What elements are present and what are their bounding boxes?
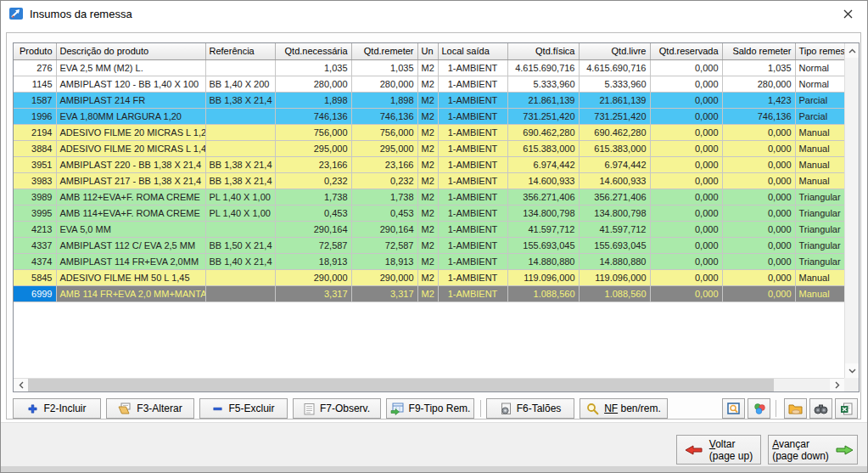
cell[interactable]: 2194: [14, 124, 56, 140]
cell[interactable]: BB 1,40 X 21,4: [205, 253, 275, 269]
cell[interactable]: 0,000: [650, 253, 722, 269]
cell[interactable]: M2: [417, 221, 438, 237]
voltar-button[interactable]: Voltar (page up): [676, 435, 761, 465]
f6-taloes-button[interactable]: F6-Talões: [486, 398, 574, 419]
cell[interactable]: EVA 2,5 MM (M2) L.: [56, 59, 205, 76]
cell[interactable]: 1.088,560: [579, 285, 650, 301]
cell[interactable]: Triangular: [795, 253, 844, 269]
column-header[interactable]: Qtd.livre: [579, 43, 650, 59]
cell[interactable]: M2: [417, 237, 438, 253]
cell[interactable]: 276: [14, 59, 56, 76]
cell[interactable]: 1-AMBIENT: [438, 156, 507, 172]
horizontal-scroll-thumb[interactable]: [28, 379, 774, 391]
cell[interactable]: 0,000: [650, 140, 722, 156]
cell[interactable]: 119.096,000: [507, 269, 579, 285]
cell[interactable]: 1996: [14, 108, 56, 124]
cell[interactable]: 1-AMBIENT: [438, 92, 507, 108]
cell[interactable]: 290,164: [275, 221, 351, 237]
cell[interactable]: 295,000: [351, 140, 417, 156]
cell[interactable]: Triangular: [795, 205, 844, 221]
table-row[interactable]: 3884ADESIVO FILME 20 MICRAS L 1,45295,00…: [14, 140, 844, 156]
f3-alterar-button[interactable]: F3-Alterar: [106, 398, 194, 419]
cell[interactable]: 1-AMBIENT: [438, 189, 507, 205]
cell[interactable]: 280,000: [351, 76, 417, 92]
cell[interactable]: 746,136: [722, 108, 795, 124]
table-row[interactable]: 3983AMBIPLAST 217 - BB 1,38 X 21,4BB 1,3…: [14, 172, 844, 189]
cell[interactable]: 0,000: [650, 172, 722, 189]
cell[interactable]: M2: [417, 269, 438, 285]
cell[interactable]: Normal: [795, 76, 844, 92]
table-row[interactable]: 1587AMBIPLAST 214 FRBB 1,38 X 21,41,8981…: [14, 92, 844, 108]
cell[interactable]: 0,000: [722, 253, 795, 269]
table-row[interactable]: 3989AMB 112+EVA+F. ROMA CREMEPL 1,40 X 1…: [14, 189, 844, 205]
cell[interactable]: 1-AMBIENT: [438, 124, 507, 140]
table-row[interactable]: 1145AMBIPLAST 120 - BB 1,40 X 100BB 1,40…: [14, 76, 844, 92]
cell[interactable]: 1-AMBIENT: [438, 205, 507, 221]
cell[interactable]: 690.462,280: [507, 124, 579, 140]
cell[interactable]: 1,738: [275, 189, 351, 205]
column-header[interactable]: Qtd.reservada: [650, 43, 722, 59]
vertical-scrollbar[interactable]: [844, 43, 859, 378]
column-header[interactable]: Referência: [205, 43, 275, 59]
cell[interactable]: 14.880,880: [507, 253, 579, 269]
column-header[interactable]: Produto: [14, 43, 56, 59]
cell[interactable]: Manual: [795, 140, 844, 156]
cell[interactable]: EVA 5,0 MM: [56, 221, 205, 237]
cell[interactable]: Manual: [795, 156, 844, 172]
cell[interactable]: 41.597,712: [579, 221, 650, 237]
cell[interactable]: 1-AMBIENT: [438, 237, 507, 253]
cell[interactable]: M2: [417, 59, 438, 76]
scroll-left-icon[interactable]: [14, 379, 28, 391]
cell[interactable]: [205, 221, 275, 237]
table-row[interactable]: 3995AMB 114+EVA+F. ROMA CREMEPL 1,40 X 1…: [14, 205, 844, 221]
cell[interactable]: 0,000: [650, 76, 722, 92]
cell[interactable]: 1,035: [351, 59, 417, 76]
column-header[interactable]: Qtd.física: [507, 43, 579, 59]
cell[interactable]: Manual: [795, 285, 844, 301]
vertical-scroll-track[interactable]: [845, 58, 859, 363]
cell[interactable]: 3951: [14, 156, 56, 172]
cell[interactable]: AMB 112+EVA+F. ROMA CREME: [56, 189, 205, 205]
cell[interactable]: AMBIPLAST 214 FR: [56, 92, 205, 108]
column-header[interactable]: Descrição do produto: [56, 43, 205, 59]
cell[interactable]: 280,000: [275, 76, 351, 92]
cell[interactable]: 615.383,000: [507, 140, 579, 156]
table-row[interactable]: 2194ADESIVO FILME 20 MICRAS L 1,24756,00…: [14, 124, 844, 140]
cell[interactable]: 1-AMBIENT: [438, 76, 507, 92]
cell[interactable]: AMBIPLAST 220 - BB 1,38 X 21,4: [56, 156, 205, 172]
cell[interactable]: AMB 114 FR+EVA 2,0 MM+MANTA: [56, 285, 205, 301]
cell[interactable]: [205, 285, 275, 301]
cell[interactable]: 0,000: [722, 140, 795, 156]
cell[interactable]: 3995: [14, 205, 56, 221]
cell[interactable]: 6.974,442: [507, 156, 579, 172]
cell[interactable]: 0,000: [722, 237, 795, 253]
cell[interactable]: 14.600,933: [579, 172, 650, 189]
cell[interactable]: 1,035: [275, 59, 351, 76]
cell[interactable]: 0,000: [722, 221, 795, 237]
cell[interactable]: 0,232: [275, 172, 351, 189]
cell[interactable]: 1-AMBIENT: [438, 172, 507, 189]
cell[interactable]: 0,232: [351, 172, 417, 189]
cell[interactable]: 0,000: [650, 124, 722, 140]
cell[interactable]: [205, 269, 275, 285]
cell[interactable]: 280,000: [722, 76, 795, 92]
cell[interactable]: ADESIVO FILME 20 MICRAS L 1,45: [56, 140, 205, 156]
cell[interactable]: AMBIPLAST 217 - BB 1,38 X 21,4: [56, 172, 205, 189]
cell[interactable]: 0,000: [722, 205, 795, 221]
scroll-down-icon[interactable]: [845, 363, 859, 378]
cell[interactable]: 3989: [14, 189, 56, 205]
column-header[interactable]: Un: [417, 43, 438, 59]
cell[interactable]: 290,000: [275, 269, 351, 285]
column-header[interactable]: Saldo remeter: [722, 43, 795, 59]
cell[interactable]: M2: [417, 172, 438, 189]
cell[interactable]: 41.597,712: [507, 221, 579, 237]
cell[interactable]: 0,000: [650, 189, 722, 205]
cell[interactable]: 4337: [14, 237, 56, 253]
cell[interactable]: 0,000: [650, 205, 722, 221]
cell[interactable]: AMBIPLAST 120 - BB 1,40 X 100: [56, 76, 205, 92]
cell[interactable]: M2: [417, 76, 438, 92]
cell[interactable]: 1,035: [722, 59, 795, 76]
cell[interactable]: 134.800,798: [579, 205, 650, 221]
cell[interactable]: 746,136: [351, 108, 417, 124]
cell[interactable]: 14.880,880: [579, 253, 650, 269]
